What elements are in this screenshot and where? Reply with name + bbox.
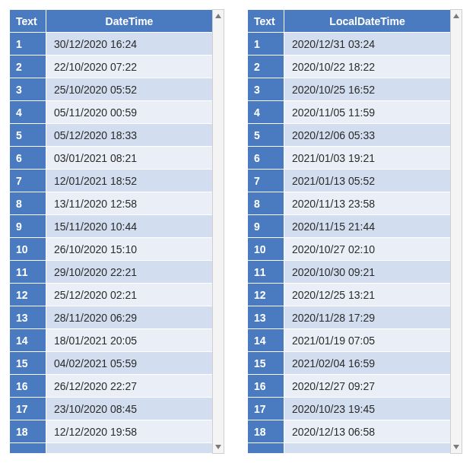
row-val: 2020/10/27 02:10 [284,238,451,261]
table-row: 132020/11/28 17:29 [248,306,451,329]
row-idx: 4 [248,101,284,124]
row-val: 2021/01/13 05:52 [284,170,451,192]
right-scrollbar[interactable] [450,9,462,454]
table-row: 12020/12/31 03:24 [248,33,451,55]
row-val: 04/02/2021 05:59 [46,352,213,375]
row-idx: 14 [10,329,46,352]
table-row: 1723/10/2020 08:45 [10,398,213,420]
row-idx: 5 [10,124,46,147]
row-val: 12/01/2021 18:52 [46,170,213,192]
row-val: 2020/12/13 06:58 [284,420,451,443]
table-row: 130/12/2020 16:24 [10,33,213,55]
table-row: 712/01/2021 18:52 [10,170,213,192]
row-idx: 6 [248,147,284,170]
table-row: 162020/12/27 09:27 [248,375,451,398]
row-val: 13/11/2020 12:58 [46,192,213,215]
table-row: 102020/10/27 02:10 [248,238,451,261]
row-val: 26/10/2020 15:10 [46,238,213,261]
row-val: 25/10/2020 05:52 [46,78,213,101]
row-idx: 2 [10,55,46,78]
row-val: 23/10/2020 08:45 [46,398,213,420]
row-val: 15/11/2020 10:44 [46,215,213,238]
left-header-val[interactable]: DateTime [46,10,213,33]
row-val: 2021/02/04 16:59 [284,352,451,375]
row-val: 25/12/2020 02:21 [46,284,213,306]
tables-container: Text DateTime 130/12/2020 16:24 222/10/2… [9,9,467,454]
scroll-up-button[interactable] [451,10,462,22]
table-row: 1026/10/2020 15:10 [10,238,213,261]
row-idx: 16 [248,375,284,398]
svg-marker-3 [453,445,459,449]
row-idx: 3 [248,78,284,101]
left-header-idx[interactable]: Text [10,10,46,33]
table-row: 152021/02/04 16:59 [248,352,451,375]
row-val: 29/10/2020 22:21 [46,261,213,284]
row-val: 05/12/2020 18:33 [46,124,213,147]
row-val: 2020/12/25 13:21 [284,284,451,306]
table-row: 1812/12/2020 19:58 [10,420,213,443]
row-val: 2021/01/03 19:21 [284,147,451,170]
row-val: 2020/12/06 05:33 [284,124,451,147]
row-val: 2020/10/25 16:52 [284,78,451,101]
row-val: 2021/01/19 07:05 [284,329,451,352]
chevron-up-icon [453,14,459,18]
row-val [46,443,213,454]
table-row: 325/10/2020 05:52 [10,78,213,101]
left-scrollbar[interactable] [212,9,224,454]
row-idx [10,443,46,454]
svg-marker-1 [215,445,221,449]
right-table: Text LocalDateTime 12020/12/31 03:24 220… [247,9,451,454]
row-val: 03/01/2021 08:21 [46,147,213,170]
right-header-idx[interactable]: Text [248,10,284,33]
right-header-val[interactable]: LocalDateTime [284,10,451,33]
row-idx: 10 [248,238,284,261]
right-table-wrap: Text LocalDateTime 12020/12/31 03:24 220… [247,9,462,454]
row-val: 2020/10/23 19:45 [284,398,451,420]
row-idx: 9 [10,215,46,238]
table-row: 1504/02/2021 05:59 [10,352,213,375]
row-idx: 9 [248,215,284,238]
scroll-up-button[interactable] [213,10,224,22]
row-val: 26/12/2020 22:27 [46,375,213,398]
row-idx: 14 [248,329,284,352]
table-row: 172020/10/23 19:45 [248,398,451,420]
scroll-down-button[interactable] [451,441,462,453]
row-idx: 18 [248,420,284,443]
row-idx [248,443,284,454]
table-row: 22020/10/22 18:22 [248,55,451,78]
row-val: 05/11/2020 00:59 [46,101,213,124]
table-row: 82020/11/13 23:58 [248,192,451,215]
row-idx: 11 [10,261,46,284]
table-row-partial [10,443,213,454]
chevron-down-icon [215,445,221,449]
row-idx: 12 [10,284,46,306]
row-idx: 15 [248,352,284,375]
scroll-track[interactable] [451,22,462,441]
scroll-track[interactable] [213,22,224,441]
table-row-partial [248,443,451,454]
row-idx: 2 [248,55,284,78]
row-val: 18/01/2021 20:05 [46,329,213,352]
table-row: 222/10/2020 07:22 [10,55,213,78]
row-idx: 13 [10,306,46,329]
row-idx: 8 [10,192,46,215]
table-row: 603/01/2021 08:21 [10,147,213,170]
row-idx: 12 [248,284,284,306]
row-idx: 15 [10,352,46,375]
left-table-wrap: Text DateTime 130/12/2020 16:24 222/10/2… [9,9,224,454]
table-row: 182020/12/13 06:58 [248,420,451,443]
table-row: 52020/12/06 05:33 [248,124,451,147]
row-val: 28/11/2020 06:29 [46,306,213,329]
table-row: 72021/01/13 05:52 [248,170,451,192]
row-val: 2020/11/13 23:58 [284,192,451,215]
chevron-down-icon [453,445,459,449]
row-val: 2020/11/15 21:44 [284,215,451,238]
row-idx: 17 [248,398,284,420]
table-row: 1328/11/2020 06:29 [10,306,213,329]
row-idx: 11 [248,261,284,284]
table-row: 1129/10/2020 22:21 [10,261,213,284]
scroll-down-button[interactable] [213,441,224,453]
row-val: 2020/11/28 17:29 [284,306,451,329]
table-row: 1418/01/2021 20:05 [10,329,213,352]
row-val [284,443,451,454]
